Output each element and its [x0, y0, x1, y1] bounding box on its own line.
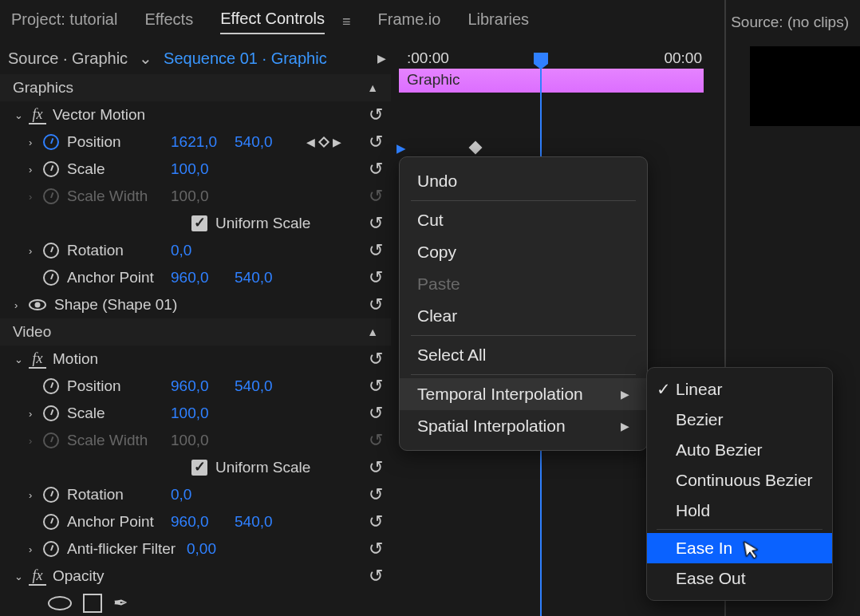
tab-effect-controls[interactable]: Effect Controls	[220, 10, 325, 34]
ctx-clear[interactable]: Clear	[400, 300, 647, 332]
reset-icon[interactable]: ↺	[369, 349, 383, 369]
anchor-x-value[interactable]: 960,0	[171, 513, 235, 531]
rotation-value[interactable]: 0,0	[171, 242, 235, 259]
opacity-row[interactable]: ⌄ fx Opacity ↺	[0, 563, 391, 590]
time-ruler[interactable]: :00:00 00:00	[393, 46, 712, 69]
chevron-down-icon[interactable]: ⌄	[139, 49, 152, 68]
m-scale-width-row: › Scale Width 100,0 ↺	[0, 427, 391, 454]
sub-auto-bezier[interactable]: Auto Bezier	[647, 435, 832, 465]
sub-ease-in[interactable]: Ease In	[647, 533, 832, 563]
twirl-down-icon[interactable]: ⌄	[14, 571, 29, 582]
twirl-right-icon[interactable]: ›	[29, 489, 43, 501]
reset-icon[interactable]: ↺	[369, 132, 383, 152]
ctx-undo[interactable]: Undo	[400, 165, 647, 197]
twirl-down-icon[interactable]: ⌄	[14, 353, 29, 365]
twirl-right-icon[interactable]: ›	[14, 299, 29, 311]
twirl-right-icon[interactable]: ›	[29, 435, 43, 447]
source-monitor[interactable]	[750, 46, 860, 126]
panel-menu-icon[interactable]: ≡	[342, 14, 351, 30]
stopwatch-icon[interactable]	[43, 514, 59, 530]
stopwatch-icon[interactable]	[43, 405, 59, 421]
tab-libraries[interactable]: Libraries	[467, 10, 529, 34]
uniform-scale-checkbox[interactable]	[191, 460, 207, 476]
video-section-header[interactable]: Video ▲	[0, 318, 391, 346]
stopwatch-icon[interactable]	[43, 270, 59, 286]
sub-bezier[interactable]: Bezier	[647, 405, 832, 435]
twirl-right-icon[interactable]: ›	[29, 408, 43, 420]
reset-icon[interactable]: ↺	[369, 511, 383, 532]
fx-badge[interactable]: fx	[29, 567, 46, 586]
reset-icon[interactable]: ↺	[369, 376, 383, 397]
sub-hold[interactable]: Hold	[647, 496, 832, 526]
twirl-right-icon[interactable]: ›	[29, 245, 43, 257]
stopwatch-icon[interactable]	[43, 134, 59, 150]
anchor-y-value[interactable]: 540,0	[235, 269, 298, 286]
stopwatch-icon[interactable]	[43, 161, 59, 177]
keyframe-start-icon[interactable]: ▶	[396, 141, 406, 156]
rotation-value[interactable]: 0,0	[171, 486, 235, 503]
reset-icon[interactable]: ↺	[369, 566, 383, 586]
anchor-x-value[interactable]: 960,0	[171, 269, 235, 286]
pen-mask-icon[interactable]: ✒	[113, 593, 128, 614]
twirl-right-icon[interactable]: ›	[29, 191, 43, 203]
reset-icon[interactable]: ↺	[369, 213, 383, 234]
breadcrumb-sequence[interactable]: Sequence 01 · Graphic	[164, 49, 327, 68]
sub-ease-out[interactable]: Ease Out	[647, 563, 832, 594]
ctx-spatial-interpolation[interactable]: Spatial Interpolation ▶	[400, 410, 647, 442]
visibility-icon[interactable]	[29, 298, 46, 311]
shape-row[interactable]: › Shape (Shape 01) ↺	[0, 291, 391, 318]
clip-bar[interactable]: Graphic	[399, 69, 704, 93]
scale-width-value: 100,0	[171, 432, 235, 449]
reset-icon[interactable]: ↺	[369, 267, 383, 288]
fx-badge[interactable]: fx	[29, 106, 46, 124]
keyframe-diamond-icon[interactable]	[469, 141, 483, 155]
ctx-copy[interactable]: Copy	[400, 236, 647, 268]
scale-value[interactable]: 100,0	[171, 160, 235, 178]
ctx-cut[interactable]: Cut	[400, 204, 647, 236]
stopwatch-icon[interactable]	[43, 378, 59, 394]
position-x-value[interactable]: 960,0	[171, 377, 235, 395]
twirl-right-icon[interactable]: ›	[29, 136, 43, 148]
reset-icon[interactable]: ↺	[369, 539, 383, 559]
reset-icon[interactable]: ↺	[369, 484, 383, 505]
ellipse-mask-icon[interactable]	[48, 596, 72, 610]
prev-keyframe-icon[interactable]: ◀	[306, 136, 315, 148]
scale-value[interactable]: 100,0	[171, 405, 235, 422]
reset-icon[interactable]: ↺	[369, 294, 383, 315]
tab-effects[interactable]: Effects	[144, 10, 193, 34]
antiflicker-value[interactable]: 0,00	[187, 540, 251, 558]
reset-icon[interactable]: ↺	[369, 105, 383, 125]
breadcrumb-source[interactable]: Source · Graphic	[8, 49, 128, 68]
stopwatch-icon[interactable]	[43, 487, 59, 503]
ctx-temporal-interpolation[interactable]: Temporal Interpolation ▶	[400, 378, 647, 410]
sub-continuous-bezier[interactable]: Continuous Bezier	[647, 465, 832, 496]
play-icon[interactable]: ▶	[377, 52, 386, 65]
reset-icon[interactable]: ↺	[369, 457, 383, 478]
position-y-value[interactable]: 540,0	[235, 377, 298, 395]
uniform-scale-checkbox[interactable]	[191, 215, 207, 231]
stopwatch-icon[interactable]	[43, 541, 59, 557]
vector-motion-row[interactable]: ⌄ fx Vector Motion ↺	[0, 101, 391, 128]
rectangle-mask-icon[interactable]	[83, 594, 102, 613]
sub-linear[interactable]: Linear	[647, 374, 832, 405]
graphics-section-header[interactable]: Graphics ▲	[0, 74, 391, 101]
motion-row[interactable]: ⌄ fx Motion ↺	[0, 346, 391, 373]
tab-project[interactable]: Project: tutorial	[11, 10, 117, 34]
reset-icon[interactable]: ↺	[369, 403, 383, 424]
tab-frameio[interactable]: Frame.io	[378, 10, 441, 34]
twirl-right-icon[interactable]: ›	[29, 164, 43, 176]
fx-badge[interactable]: fx	[29, 350, 46, 369]
ctx-select-all[interactable]: Select All	[400, 339, 647, 371]
reset-icon[interactable]: ↺	[369, 159, 383, 180]
stopwatch-icon[interactable]	[43, 243, 59, 259]
collapse-icon[interactable]: ▲	[367, 326, 378, 338]
collapse-icon[interactable]: ▲	[367, 81, 378, 94]
twirl-right-icon[interactable]: ›	[29, 543, 43, 555]
twirl-down-icon[interactable]: ⌄	[14, 109, 29, 121]
position-x-value[interactable]: 1621,0	[171, 133, 235, 151]
anchor-y-value[interactable]: 540,0	[235, 513, 298, 531]
add-keyframe-icon[interactable]	[318, 136, 329, 148]
reset-icon[interactable]: ↺	[369, 240, 383, 261]
position-y-value[interactable]: 540,0	[235, 133, 298, 151]
next-keyframe-icon[interactable]: ▶	[333, 136, 341, 148]
